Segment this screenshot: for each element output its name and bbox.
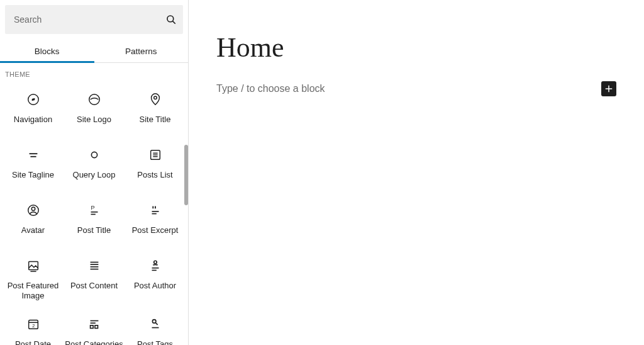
- editor-canvas[interactable]: Home Type / to choose a block: [189, 0, 644, 345]
- search-icon[interactable]: [159, 14, 183, 25]
- empty-block-prompt[interactable]: Type / to choose a block: [216, 83, 325, 94]
- loop-icon: [87, 147, 102, 162]
- block-post-tags[interactable]: Post Tags: [125, 313, 186, 346]
- categories-icon: [87, 317, 102, 332]
- excerpt-icon: [148, 203, 163, 218]
- calendar-icon: 2: [26, 317, 41, 332]
- block-post-categories[interactable]: Post Categories: [64, 313, 125, 346]
- avatar-icon: [26, 203, 41, 218]
- content-lines-icon: [87, 258, 102, 273]
- block-label: Posts List: [137, 170, 172, 180]
- author-icon: [148, 258, 163, 273]
- scrollbar-thumb[interactable]: [184, 145, 188, 205]
- search-box: [5, 5, 183, 34]
- block-label: Query Loop: [73, 170, 116, 180]
- block-label: Post Tags: [137, 339, 173, 346]
- block-label: Site Logo: [77, 115, 111, 125]
- block-navigation[interactable]: Navigation: [3, 88, 64, 132]
- block-post-date[interactable]: 2 Post Date: [3, 313, 64, 346]
- pin-icon: [148, 92, 163, 107]
- svg-text:P: P: [91, 205, 94, 211]
- inserter-tabs: Blocks Patterns: [0, 39, 188, 63]
- svg-rect-33: [90, 325, 93, 328]
- svg-rect-34: [94, 325, 97, 328]
- svg-point-13: [31, 207, 35, 211]
- empty-block-prompt-row: Type / to choose a block: [216, 81, 616, 96]
- block-post-content[interactable]: Post Content: [64, 254, 125, 302]
- site-logo-icon: [87, 92, 102, 107]
- block-label: Site Title: [140, 115, 171, 125]
- tab-blocks[interactable]: Blocks: [0, 39, 94, 62]
- block-label: Post Excerpt: [132, 225, 179, 235]
- tagline-icon: [26, 147, 41, 162]
- block-label: Post Date: [15, 339, 51, 346]
- svg-line-1: [173, 21, 175, 24]
- block-site-tagline[interactable]: Site Tagline: [3, 144, 64, 188]
- svg-point-25: [153, 261, 157, 264]
- block-grid: Navigation Site Logo Site Title Site Tag…: [0, 82, 188, 345]
- tab-patterns[interactable]: Patterns: [94, 39, 189, 62]
- compass-icon: [26, 92, 41, 107]
- block-post-author[interactable]: Post Author: [125, 254, 186, 302]
- svg-point-5: [153, 96, 157, 99]
- block-site-title[interactable]: Site Title: [125, 88, 186, 132]
- svg-line-36: [155, 322, 158, 325]
- block-avatar[interactable]: Avatar: [3, 199, 64, 243]
- list-box-icon: [148, 147, 163, 162]
- block-label: Site Tagline: [12, 170, 54, 180]
- block-label: Post Author: [134, 281, 176, 291]
- page-title[interactable]: Home: [216, 31, 616, 64]
- block-label: Post Title: [77, 225, 111, 235]
- block-post-featured-image[interactable]: Post Featured Image: [3, 254, 64, 302]
- block-post-excerpt[interactable]: Post Excerpt: [125, 199, 186, 243]
- search-input[interactable]: [5, 14, 159, 25]
- tag-icon: [148, 317, 163, 332]
- add-block-button[interactable]: [601, 81, 616, 96]
- block-post-title[interactable]: P Post Title: [64, 199, 125, 243]
- block-label: Post Featured Image: [4, 281, 62, 302]
- block-label: Post Categories: [65, 339, 123, 346]
- svg-text:2: 2: [32, 322, 35, 328]
- block-query-loop[interactable]: Query Loop: [64, 144, 125, 188]
- svg-point-0: [167, 16, 174, 22]
- block-label: Avatar: [21, 225, 45, 235]
- section-label-theme: THEME: [0, 63, 188, 82]
- svg-rect-19: [28, 262, 38, 270]
- block-grid-scroll[interactable]: Navigation Site Logo Site Title Site Tag…: [0, 82, 188, 345]
- block-posts-list[interactable]: Posts List: [125, 144, 186, 188]
- svg-marker-3: [31, 98, 35, 101]
- block-label: Post Content: [70, 281, 118, 291]
- post-title-icon: P: [87, 203, 102, 218]
- block-site-logo[interactable]: Site Logo: [64, 88, 125, 132]
- block-inserter-sidebar: Blocks Patterns THEME Navigation Site Lo…: [0, 0, 189, 345]
- image-icon: [26, 258, 41, 273]
- block-label: Navigation: [14, 115, 52, 125]
